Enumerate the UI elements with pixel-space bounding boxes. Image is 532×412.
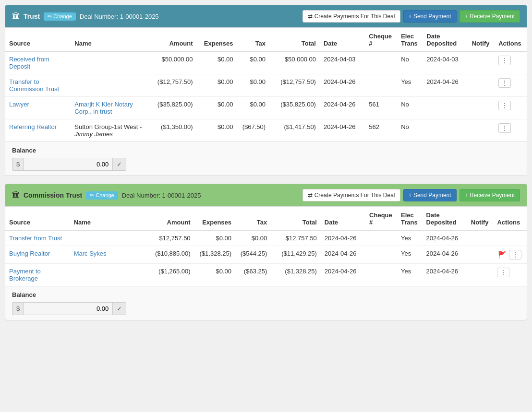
- commission-col-amount: Amount: [145, 207, 194, 230]
- trust-balance-input-group: $ ✓: [12, 158, 108, 171]
- trust-change-button[interactable]: ✏ Change: [44, 12, 76, 21]
- commission-row-amount: $12,757.50: [145, 230, 194, 246]
- trust-row-date: 2024-04-26: [320, 74, 365, 97]
- commission-balance-check-button[interactable]: ✓: [113, 302, 126, 315]
- trust-row-notify: [468, 97, 495, 119]
- trust-col-deposited: Date Deposited: [423, 28, 468, 51]
- commission-row-date: 2024-04-26: [321, 230, 365, 246]
- trust-row-amount: $50,000.00: [146, 51, 197, 74]
- commission-panel-title: Commission Trust: [24, 191, 82, 199]
- trust-row-total: ($12,757.50): [269, 74, 320, 97]
- flag-button[interactable]: 🚩: [497, 251, 507, 259]
- trust-row-elec: No: [397, 51, 423, 74]
- commission-row-name-link[interactable]: Marc Sykes: [74, 250, 107, 257]
- trust-row-expenses: $0.00: [197, 51, 237, 74]
- row-menu-button[interactable]: ⋮: [509, 250, 521, 259]
- trust-row-name-link[interactable]: Amarjit K Kler Notary Corp., in trust: [74, 101, 133, 115]
- commission-row-elec: Yes: [397, 230, 423, 246]
- commission-row-expenses: ($1,328.25): [194, 246, 235, 264]
- trust-row-actions: ⋮: [495, 97, 527, 119]
- commission-balance-prefix: $: [12, 302, 24, 315]
- row-menu-button[interactable]: ⋮: [498, 123, 511, 133]
- commission-row-actions: ⋮: [493, 264, 527, 286]
- commission-row-deposited: 2024-04-26: [423, 264, 467, 286]
- trust-row-tax: $0.00: [237, 74, 270, 97]
- commission-row-name-cell: Marc Sykes: [70, 246, 145, 264]
- commission-panel-body: Source Name Amount Expenses Tax Total Da…: [5, 207, 527, 286]
- commission-deal-number: Deal Number: 1-00001-2025: [122, 192, 201, 199]
- trust-balance-prefix: $: [12, 158, 24, 171]
- trust-row-source: Lawyer: [5, 97, 71, 119]
- trust-row-tax: $0.00: [237, 97, 270, 119]
- trust-row-name-cell: [71, 51, 146, 74]
- trust-table-row: Transfer to Commission Trust ($12,757.50…: [5, 74, 527, 97]
- commission-balance-section: Balance $ ✓: [5, 286, 527, 320]
- trust-row-name-cell: Sutton Group-1st West - Jimmy James: [71, 119, 146, 142]
- commission-table-row: Transfer from Trust $12,757.50 $0.00 $0.…: [5, 230, 527, 246]
- row-menu-button[interactable]: ⋮: [498, 56, 511, 65]
- trust-table-header-row: Source Name Amount Expenses Tax Total Da…: [5, 28, 527, 51]
- commission-col-elec: Elec Trans: [397, 207, 423, 230]
- row-menu-button[interactable]: ⋮: [497, 268, 509, 277]
- commission-row-tax: ($544.25): [235, 246, 271, 264]
- trust-create-payments-button[interactable]: ⇄ Create Payments For This Deal: [302, 10, 400, 23]
- trust-row-cheque: [365, 74, 397, 97]
- commission-row-notify: [467, 264, 494, 286]
- commission-col-deposited: Date Deposited: [423, 207, 467, 230]
- trust-row-source: Transfer to Commission Trust: [5, 74, 71, 97]
- commission-row-total: $12,757.50: [271, 230, 321, 246]
- commission-col-source: Source: [5, 207, 70, 230]
- trust-row-date: 2024-04-26: [320, 97, 365, 119]
- commission-row-amount: ($1,265.00): [145, 264, 194, 286]
- commission-panel: 🏛 Commission Trust ✏ Change Deal Number:…: [5, 184, 527, 320]
- commission-row-expenses: $0.00: [194, 264, 235, 286]
- commission-change-button[interactable]: ✏ Change: [86, 191, 118, 200]
- commission-col-name: Name: [70, 207, 145, 230]
- trust-table-row: Referring Realtor Sutton Group-1st West …: [5, 119, 527, 142]
- trust-deal-number: Deal Number: 1-00001-2025: [80, 13, 159, 20]
- trust-row-actions: ⋮: [495, 51, 527, 74]
- trust-row-cheque: 562: [365, 119, 397, 142]
- trust-row-expenses: $0.00: [197, 97, 237, 119]
- row-menu-button[interactable]: ⋮: [498, 78, 511, 88]
- trust-row-elec: No: [397, 119, 423, 142]
- commission-row-name-cell: [70, 264, 145, 286]
- trust-row-cheque: 561: [365, 97, 397, 119]
- trust-row-deposited: [423, 119, 468, 142]
- trust-row-expenses: $0.00: [197, 119, 237, 142]
- commission-receive-payment-button[interactable]: + Receive Payment: [459, 189, 520, 201]
- commission-row-date: 2024-04-26: [321, 264, 365, 286]
- commission-table-header-row: Source Name Amount Expenses Tax Total Da…: [5, 207, 527, 230]
- commission-balance-input[interactable]: [24, 302, 113, 315]
- commission-panel-header: 🏛 Commission Trust ✏ Change Deal Number:…: [5, 184, 527, 207]
- commission-row-actions: [493, 230, 527, 246]
- trust-row-amount: ($12,757.50): [146, 74, 197, 97]
- commission-col-tax: Tax: [235, 207, 271, 230]
- commission-table-row: Payment to Brokerage ($1,265.00) $0.00 (…: [5, 264, 527, 286]
- trust-row-actions: ⋮: [495, 119, 527, 142]
- trust-col-name: Name: [71, 28, 146, 51]
- commission-row-cheque: [365, 246, 397, 264]
- commission-send-payment-button[interactable]: + Send Payment: [403, 189, 457, 201]
- trust-row-amount: ($1,350.00): [146, 119, 197, 142]
- trust-col-actions: Actions: [495, 28, 527, 51]
- trust-row-name-cell: Amarjit K Kler Notary Corp., in trust: [71, 97, 146, 119]
- trust-table: Source Name Amount Expenses Tax Total Da…: [5, 28, 527, 141]
- commission-row-cheque: [365, 264, 397, 286]
- trust-balance-input[interactable]: [24, 158, 113, 171]
- commission-row-amount: ($10,885.00): [145, 246, 194, 264]
- commission-row-source: Buying Realtor: [5, 246, 70, 264]
- trust-row-cheque: [365, 51, 397, 74]
- trust-balance-check-button[interactable]: ✓: [113, 158, 126, 171]
- commission-create-payments-button[interactable]: ⇄ Create Payments For This Deal: [302, 189, 400, 201]
- commission-row-elec: Yes: [397, 264, 423, 286]
- trust-send-payment-button[interactable]: + Send Payment: [403, 10, 457, 23]
- commission-header-actions: ⇄ Create Payments For This Deal + Send P…: [302, 189, 520, 201]
- commission-col-date: Date: [321, 207, 365, 230]
- trust-panel-body: Source Name Amount Expenses Tax Total Da…: [5, 28, 527, 141]
- commission-col-total: Total: [271, 207, 321, 230]
- commission-row-name-cell: [70, 230, 145, 246]
- row-menu-button[interactable]: ⋮: [498, 101, 511, 110]
- trust-receive-payment-button[interactable]: + Receive Payment: [459, 10, 520, 23]
- trust-row-source: Referring Realtor: [5, 119, 71, 142]
